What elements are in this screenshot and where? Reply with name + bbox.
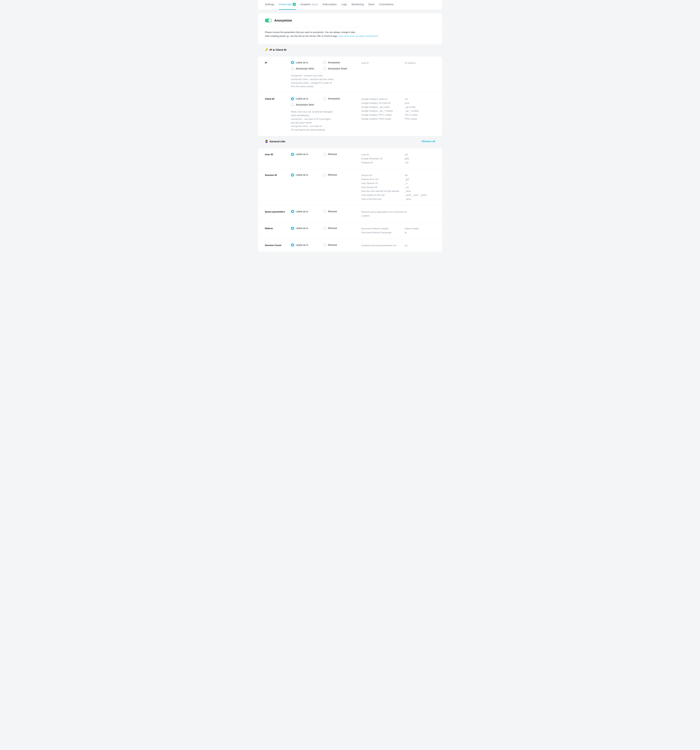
person-no-icon: 🙅‍♀️ (265, 140, 268, 143)
radio-icon (291, 243, 294, 246)
clientid-opt-anon-strict[interactable]: Anonymize Strict (291, 103, 323, 107)
ip-opt-anonymize[interactable]: Anonymize (323, 61, 361, 65)
tabs-bar: Settings Power-Ups 6 Analytics(Beta) Sub… (258, 0, 442, 10)
row-ip: IP Leave as is Anonymize Anonymize S (258, 57, 442, 92)
section-ip-client: IP Leave as is Anonymize Anonymize S (258, 57, 442, 136)
referer-opt-remove[interactable]: Remove (323, 226, 361, 230)
radio-icon (323, 210, 326, 213)
radio-icon (323, 243, 326, 246)
sessioncount-opt-remove[interactable]: Remove (323, 243, 361, 247)
radio-icon (291, 153, 294, 156)
query-opt-leave[interactable]: Leave as is (291, 210, 323, 214)
ip-code: IP Address (405, 61, 435, 65)
anonymizer-toggle[interactable] (265, 18, 272, 22)
radio-icon (323, 97, 326, 100)
row-session-id: Session ID Leave as is Remove Session ID… (258, 169, 442, 205)
tab-logs[interactable]: Logs (341, 0, 347, 10)
ip-opt-anon-smart[interactable]: Anonymize Smart (323, 67, 361, 71)
radio-icon (291, 67, 294, 70)
referer-opt-leave[interactable]: Leave as is (291, 226, 323, 230)
query-opt-remove[interactable]: Remove (323, 210, 361, 214)
radio-icon (323, 174, 326, 177)
row-ip-label: IP (265, 61, 291, 65)
section-general: User ID Leave as is Remove User IDGoogle… (258, 148, 442, 252)
section-ip-client-head: 🔑 IP & Client ID (258, 44, 442, 54)
remove-all-button[interactable]: Remove all (422, 140, 435, 143)
tab-settings[interactable]: Settings (265, 0, 274, 10)
row-query-params: Query parameters Leave as is Remove Remo… (258, 205, 442, 222)
sessionid-opt-leave[interactable]: Leave as is (291, 173, 323, 177)
powerups-badge: 6 (293, 3, 296, 6)
radio-icon (323, 153, 326, 156)
row-client-id-label: Client ID (265, 97, 291, 101)
sessionid-opt-remove[interactable]: Remove (323, 173, 361, 177)
radio-icon (291, 174, 294, 177)
row-referer: Referer Leave as is Remove Document Refe… (258, 222, 442, 239)
radio-icon (291, 97, 294, 100)
anonymizer-title: Anonymizer (274, 18, 292, 23)
clientid-help: Work only if you use JavaScript Managed … (291, 110, 334, 132)
radio-icon (323, 67, 326, 70)
radio-icon (323, 227, 326, 230)
tab-connections[interactable]: Connections (379, 0, 394, 10)
tab-subscription[interactable]: Subscription (323, 0, 337, 10)
tab-powerups[interactable]: Power-Ups 6 (279, 0, 296, 10)
section-general-head: 🙅‍♀️ General info Remove all (258, 136, 442, 146)
ip-opt-leave[interactable]: Leave as is (291, 61, 323, 65)
radio-icon (291, 61, 294, 64)
ip-info: User IP (361, 61, 405, 65)
row-user-id: User ID Leave as is Remove User IDGoogle… (258, 148, 442, 169)
anonymizer-info: Please choose the parameters that you wa… (258, 27, 442, 44)
anonymizer-card: Anonymizer Please choose the parameters … (258, 13, 442, 44)
tab-analytics[interactable]: Analytics(Beta) (300, 0, 318, 10)
userid-opt-leave[interactable]: Leave as is (291, 152, 323, 156)
ip-opt-anon-strict[interactable]: Anonymize Strict (291, 67, 323, 71)
clientid-opt-leave[interactable]: Leave as is (291, 97, 323, 100)
radio-icon (291, 210, 294, 213)
row-client-id: Client ID Leave as is Anonymize Anon (258, 92, 442, 136)
ip-help: Anonymize - removes last octet Anonymize… (291, 74, 334, 88)
tab-monitoring[interactable]: Monitoring (352, 0, 364, 10)
radio-icon (323, 61, 326, 64)
radio-icon (291, 227, 294, 230)
clientid-opt-anonymize[interactable]: Anonymize (323, 97, 361, 100)
key-icon: 🔑 (265, 48, 268, 52)
row-session-count: Session Count Leave as is Remove contain… (258, 239, 442, 252)
clientid-info: Google Analytics Client IDGoogle Analyti… (361, 97, 405, 121)
sessioncount-opt-leave[interactable]: Leave as is (291, 243, 323, 247)
radio-icon (291, 103, 294, 106)
clientid-code: cidjscid_ga cookie_ga_* cookiesFPLC cook… (405, 97, 435, 121)
userid-opt-remove[interactable]: Remove (323, 152, 361, 156)
server-url-link[interactable]: https://eukuecpe.ap.stape.io/anonymize (338, 35, 378, 37)
tab-store[interactable]: Store (368, 0, 374, 10)
